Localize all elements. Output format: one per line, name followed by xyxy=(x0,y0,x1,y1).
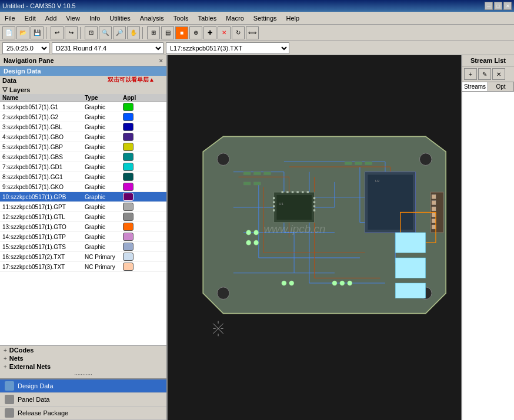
layer-row[interactable]: 13:szzkpcb0517(1).GTOGraphic xyxy=(0,222,166,232)
measure-button[interactable]: ⟺ xyxy=(246,26,259,39)
menu-item-file[interactable]: File xyxy=(0,14,20,23)
layer-type: Graphic xyxy=(85,204,123,210)
svg-rect-51 xyxy=(395,283,426,298)
file-select[interactable]: L17:szzkpcb0517(3).TXT xyxy=(166,42,289,54)
open-button[interactable]: 📂 xyxy=(16,26,29,39)
color-button[interactable]: ■ xyxy=(175,26,188,39)
svg-rect-16 xyxy=(282,191,283,193)
svg-rect-18 xyxy=(292,191,293,193)
layer-name: 15:szzkpcb0517(1).GTS xyxy=(2,244,85,250)
layer-row[interactable]: 10:szzkpcb0517(1).GPBGraphic xyxy=(0,192,166,202)
delete-button[interactable]: ✕ xyxy=(218,26,231,39)
layer-row[interactable]: 8:szzkpcb0517(1).GG1Graphic xyxy=(0,172,166,182)
menu-item-analysis[interactable]: Analysis xyxy=(135,14,169,23)
layers-list: 1:szzkpcb0517(1).G1Graphic2:szzkpcb0517(… xyxy=(0,102,166,345)
menu-item-edit[interactable]: Edit xyxy=(20,14,41,23)
stream-content xyxy=(462,92,514,420)
layer-row[interactable]: 1:szzkpcb0517(1).G1Graphic xyxy=(0,102,166,112)
nav-close-button[interactable]: × xyxy=(159,57,163,64)
menu-item-add[interactable]: Add xyxy=(41,14,62,23)
tab-opt[interactable]: Opt xyxy=(488,82,514,91)
svg-point-45 xyxy=(347,281,352,286)
column-headers: Name Type Appl xyxy=(0,94,166,102)
canvas-area[interactable]: U1 U2 www.ipcb.cn xyxy=(168,55,461,420)
minimize-button[interactable]: ─ xyxy=(485,2,493,10)
menu-item-settings[interactable]: Settings xyxy=(249,14,282,23)
nav-btn-label: Design Data xyxy=(18,382,54,389)
layer-name: 14:szzkpcb0517(1).GTP xyxy=(2,234,85,240)
menu-item-info[interactable]: Info xyxy=(85,14,105,23)
layer-row[interactable]: 12:szzkpcb0517(1).GTLGraphic xyxy=(0,212,166,222)
layer-select[interactable]: D231 Round 47.4 xyxy=(52,42,163,54)
close-button[interactable]: ✕ xyxy=(503,2,512,10)
svg-rect-20 xyxy=(302,191,303,193)
redo-button[interactable]: ↪ xyxy=(65,26,78,39)
layer-row[interactable]: 6:szzkpcb0517(1).GBSGraphic xyxy=(0,152,166,162)
expand-icon: ▽ xyxy=(2,86,7,93)
new-button[interactable]: 📄 xyxy=(2,26,15,39)
svg-rect-11 xyxy=(273,209,275,211)
zoom-out-button[interactable]: 🔎 xyxy=(113,26,126,39)
menu-item-help[interactable]: Help xyxy=(282,14,305,23)
svg-rect-14 xyxy=(313,205,315,207)
layer-row[interactable]: 5:szzkpcb0517(1).GBPGraphic xyxy=(0,142,166,152)
scroll-indicator: ··········· xyxy=(0,371,166,378)
tree-item-dcodes[interactable]: + DCodes xyxy=(0,346,166,354)
maximize-button[interactable]: □ xyxy=(494,2,502,10)
zoom-select[interactable]: 25.0:25.0 xyxy=(2,42,49,54)
layer-row[interactable]: 9:szzkpcb0517(1).GKOGraphic xyxy=(0,182,166,192)
nav-btn-label: Panel Data xyxy=(18,396,49,403)
layer-row[interactable]: 16:szzkpcb0517(2).TXTNC Primary xyxy=(0,252,166,262)
svg-point-42 xyxy=(253,240,259,246)
layer-type: Graphic xyxy=(85,234,123,240)
layer-row[interactable]: 15:szzkpcb0517(1).GTSGraphic xyxy=(0,242,166,252)
nav-btn-release-package[interactable]: Release Package xyxy=(0,406,166,420)
design-data-header: Design Data xyxy=(0,66,166,76)
layer-name: 5:szzkpcb0517(1).GBP xyxy=(2,144,85,150)
nav-btn-design-data[interactable]: Design Data xyxy=(0,379,166,393)
svg-point-44 xyxy=(340,281,345,286)
tool1-button[interactable]: ⊕ xyxy=(189,26,202,39)
layer-row[interactable]: 3:szzkpcb0517(1).GBLGraphic xyxy=(0,122,166,132)
svg-rect-34 xyxy=(243,182,251,185)
grid-button[interactable]: ⊞ xyxy=(147,26,160,39)
rotate-button[interactable]: ↻ xyxy=(232,26,245,39)
stream-add-button[interactable]: + xyxy=(464,68,477,80)
layer-name: 2:szzkpcb0517(1).G2 xyxy=(2,114,85,120)
layer-row[interactable]: 11:szzkpcb0517(1).GPTGraphic xyxy=(0,202,166,212)
col-appl: Appl xyxy=(123,95,152,101)
tab-streams[interactable]: Streams xyxy=(462,82,488,91)
tree-item-label: Nets xyxy=(9,355,24,362)
stream-edit-button[interactable]: ✎ xyxy=(478,68,491,80)
expand-icon: + xyxy=(4,355,7,362)
expand-icon: + xyxy=(4,364,7,370)
menu-item-tables[interactable]: Tables xyxy=(193,14,221,23)
save-button[interactable]: 💾 xyxy=(31,26,44,39)
bottom-nav: Design DataPanel DataRelease Package xyxy=(0,378,166,420)
tree-item-external-nets[interactable]: + External Nets xyxy=(0,362,166,371)
nav-btn-icon xyxy=(5,408,14,418)
layer-row[interactable]: 2:szzkpcb0517(1).G2Graphic xyxy=(0,112,166,122)
pan-button[interactable]: ✋ xyxy=(127,26,140,39)
address-bar: 25.0:25.0 D231 Round 47.4 L17:szzkpcb051… xyxy=(0,41,514,55)
tool2-button[interactable]: ✚ xyxy=(203,26,216,39)
layer-row[interactable]: 17:szzkpcb0517(3).TXTNC Primary xyxy=(0,262,166,272)
layer-type: Graphic xyxy=(85,184,123,190)
stream-delete-button[interactable]: ✕ xyxy=(492,68,505,80)
menu-item-utilities[interactable]: Utilities xyxy=(105,14,135,23)
undo-button[interactable]: ↩ xyxy=(51,26,64,39)
layer-row[interactable]: 7:szzkpcb0517(1).GD1Graphic xyxy=(0,162,166,172)
zoom-in-button[interactable]: 🔍 xyxy=(99,26,112,39)
tree-item-nets[interactable]: + Nets xyxy=(0,354,166,362)
layer-button[interactable]: ▤ xyxy=(161,26,174,39)
menu-item-macro[interactable]: Macro xyxy=(221,14,249,23)
zoom-fit-button[interactable]: ⊡ xyxy=(85,26,98,39)
layer-name: 8:szzkpcb0517(1).GG1 xyxy=(2,174,85,180)
menu-item-tools[interactable]: Tools xyxy=(169,14,193,23)
nav-btn-panel-data[interactable]: Panel Data xyxy=(0,393,166,406)
layer-row[interactable]: 4:szzkpcb0517(1).GBOGraphic xyxy=(0,132,166,142)
layer-type: Graphic xyxy=(85,154,123,160)
svg-point-40 xyxy=(253,230,259,236)
menu-item-view[interactable]: View xyxy=(61,14,85,23)
layer-row[interactable]: 14:szzkpcb0517(1).GTPGraphic xyxy=(0,232,166,242)
